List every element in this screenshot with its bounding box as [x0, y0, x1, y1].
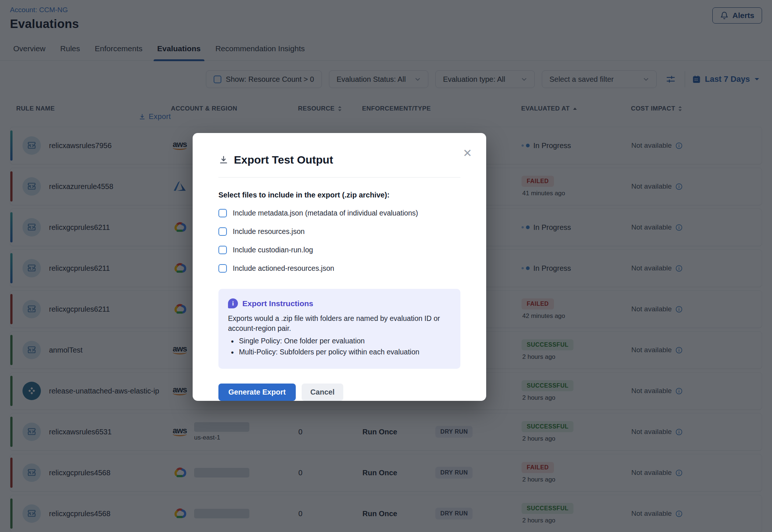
- export-file-checkbox-list: Include metadata.json (metadata of indiv…: [218, 209, 460, 273]
- evaluations-page: Account: CCM-NG Evaluations Alerts Overv…: [0, 0, 772, 532]
- export-file-checkbox[interactable]: Include metadata.json (metadata of indiv…: [218, 209, 460, 217]
- export-file-checkbox[interactable]: Include custodian-run.log: [218, 246, 460, 254]
- close-icon[interactable]: ✕: [461, 147, 474, 160]
- instructions-title: Export Instructions: [242, 299, 313, 308]
- select-files-label: Select files to include in the export (.…: [218, 191, 460, 199]
- info-icon: i: [228, 298, 238, 308]
- instructions-body: Exports would a .zip file with folders a…: [228, 314, 451, 334]
- checkbox-icon[interactable]: [218, 227, 227, 236]
- export-instructions-panel: i Export Instructions Exports would a .z…: [218, 289, 460, 369]
- checkbox-label: Include resources.json: [233, 227, 305, 236]
- generate-export-button[interactable]: Generate Export: [218, 384, 296, 401]
- modal-title: Export Test Output: [234, 154, 333, 166]
- checkbox-icon[interactable]: [218, 209, 227, 217]
- checkbox-label: Include metadata.json (metadata of indiv…: [233, 209, 418, 217]
- instructions-bullet: Multi-Policy: Subfolders per policy with…: [228, 347, 451, 358]
- download-icon: [218, 155, 229, 165]
- cancel-button[interactable]: Cancel: [302, 384, 344, 401]
- checkbox-icon[interactable]: [218, 264, 227, 273]
- instructions-bullet-list: Single Policy: One folder per evaluation…: [228, 336, 451, 359]
- export-test-output-modal: ✕ Export Test Output Select files to inc…: [193, 133, 486, 401]
- export-file-checkbox[interactable]: Include resources.json: [218, 227, 460, 236]
- export-file-checkbox[interactable]: Include actioned-resources.json: [218, 264, 460, 273]
- checkbox-label: Include custodian-run.log: [233, 246, 313, 254]
- checkbox-label: Include actioned-resources.json: [233, 264, 334, 273]
- checkbox-icon[interactable]: [218, 246, 227, 254]
- instructions-bullet: Single Policy: One folder per evaluation: [228, 336, 451, 347]
- divider: [218, 177, 460, 178]
